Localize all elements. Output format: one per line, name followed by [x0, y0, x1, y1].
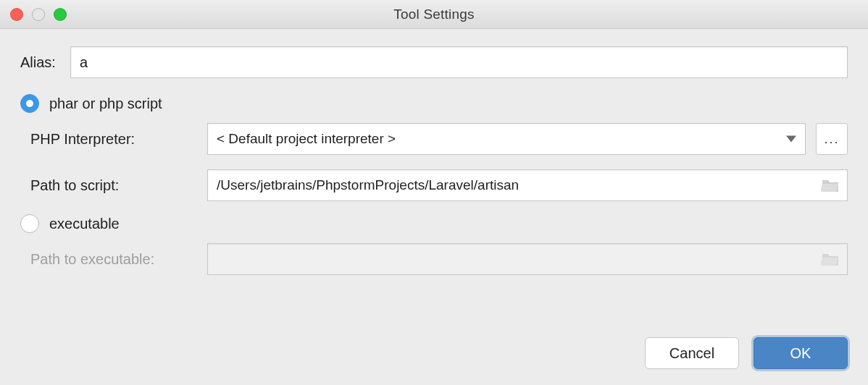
path-to-script-input[interactable]: /Users/jetbrains/PhpstormProjects/Larave…	[207, 169, 848, 201]
executable-subform: Path to executable:	[30, 243, 848, 275]
radio-executable-label: executable	[49, 216, 120, 232]
ok-button[interactable]: OK	[754, 337, 848, 369]
alias-input[interactable]: a	[70, 46, 848, 78]
cancel-button[interactable]: Cancel	[645, 337, 739, 369]
window-close-button[interactable]	[10, 8, 23, 21]
php-interpreter-dropdown[interactable]: < Default project interpreter >	[207, 123, 806, 155]
path-to-executable-label: Path to executable:	[30, 251, 199, 268]
window-traffic-lights	[10, 8, 67, 21]
radio-phar-label: phar or php script	[49, 96, 162, 112]
window-title: Tool Settings	[393, 7, 474, 22]
browse-folder-icon[interactable]	[821, 177, 840, 193]
php-interpreter-label: PHP Interpreter:	[30, 131, 199, 148]
ellipsis-icon: ...	[824, 132, 839, 147]
phar-subform: PHP Interpreter: < Default project inter…	[30, 123, 848, 201]
alias-label: Alias:	[20, 54, 56, 71]
radio-executable[interactable]	[20, 214, 39, 233]
window-titlebar: Tool Settings	[0, 0, 868, 29]
radio-phar-or-php-script[interactable]	[20, 94, 39, 113]
alias-input-value: a	[80, 54, 88, 71]
cancel-button-label: Cancel	[669, 345, 714, 362]
radio-executable-row[interactable]: executable	[20, 214, 848, 233]
path-to-script-label: Path to script:	[30, 177, 199, 194]
chevron-down-icon	[786, 136, 796, 143]
dialog-content: Alias: a phar or php script PHP Interpre…	[0, 29, 868, 302]
php-interpreter-value: < Default project interpreter >	[217, 131, 396, 147]
window-zoom-button[interactable]	[54, 8, 67, 21]
ok-button-label: OK	[790, 345, 811, 362]
path-to-script-value: /Users/jetbrains/PhpstormProjects/Larave…	[217, 177, 519, 193]
dialog-footer: Cancel OK	[645, 337, 848, 369]
php-interpreter-row: < Default project interpreter > ...	[207, 123, 848, 155]
window-minimize-button	[32, 8, 45, 21]
browse-folder-icon	[821, 251, 840, 267]
alias-row: Alias: a	[20, 46, 848, 78]
php-interpreter-more-button[interactable]: ...	[816, 123, 848, 155]
radio-phar-row[interactable]: phar or php script	[20, 94, 848, 113]
path-to-executable-input	[207, 243, 848, 275]
